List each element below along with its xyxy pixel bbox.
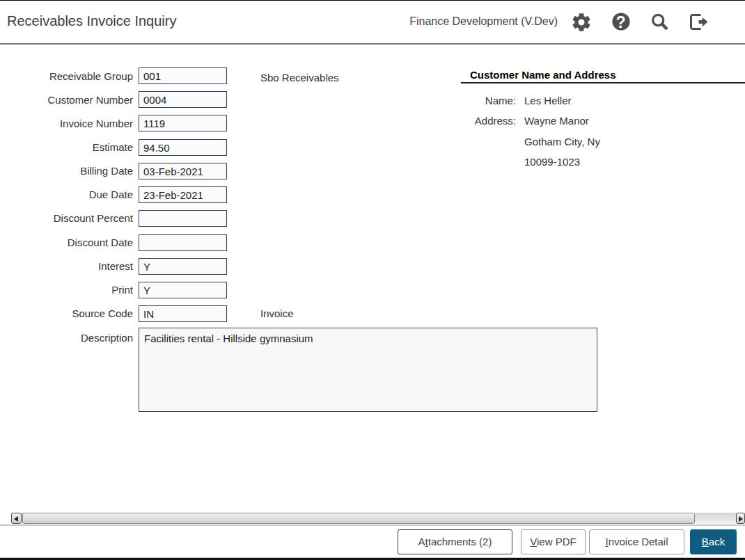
- svg-text:?: ?: [616, 13, 626, 31]
